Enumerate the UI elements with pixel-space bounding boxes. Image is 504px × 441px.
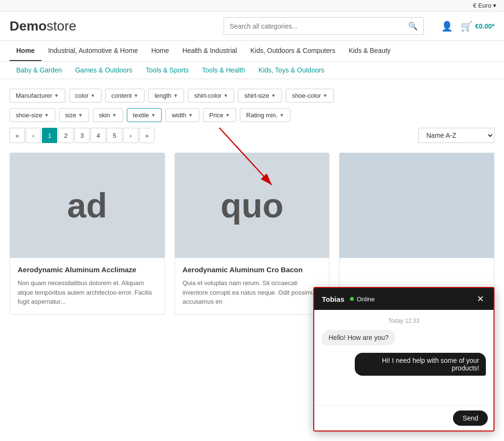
chat-body: Today 12:33 Hello! How are you? Hi! I ne… — [314, 310, 494, 324]
chevron-down-icon: ▼ — [91, 93, 95, 98]
product-info — [339, 258, 494, 278]
nav-item-home2[interactable]: Home — [144, 41, 175, 61]
product-card[interactable]: quo Aerodynamic Aluminum Cro Bacon Quia … — [175, 153, 330, 315]
product-card[interactable]: ad Aerodynamic Aluminum Acclimaze Non qu… — [10, 153, 165, 315]
sub-navigation: Baby & Garden Games & Outdoors Tools & S… — [0, 62, 504, 79]
chevron-down-icon: ▼ — [188, 113, 193, 118]
filter-row-1: Manufacturer ▼ color ▼ content ▼ length … — [10, 89, 494, 103]
search-bar: 🔍 — [224, 17, 424, 35]
search-button[interactable]: 🔍 — [402, 18, 423, 34]
chevron-down-icon: ▼ — [224, 93, 228, 98]
chevron-down-icon: ▼ — [323, 93, 328, 98]
nav-item-industrial[interactable]: Industrial, Automotive & Home — [41, 41, 144, 61]
pagination-page-1[interactable]: 1 — [42, 128, 57, 143]
nav-item-kids-beauty[interactable]: Kids & Beauty — [342, 41, 397, 61]
chevron-down-icon: ▼ — [54, 93, 59, 98]
cart-total: €0.00* — [475, 22, 494, 30]
sort-select[interactable]: Name A-Z Name Z-A Price ASC Price DESC — [418, 128, 494, 143]
chevron-down-icon: ▼ — [225, 113, 230, 118]
chevron-down-icon: ▼ — [174, 93, 178, 98]
filter-shoe-color[interactable]: shoe-color ▼ — [286, 89, 334, 103]
filter-rating[interactable]: Rating min. ▼ — [240, 108, 290, 122]
subnav-item-tools-health[interactable]: Tools & Health — [195, 62, 252, 79]
chevron-down-icon: ▼ — [279, 113, 284, 118]
product-title: Aerodynamic Aluminum Acclimaze — [18, 266, 157, 274]
search-input[interactable] — [224, 18, 402, 34]
pagination-prev[interactable]: ‹ — [26, 128, 41, 143]
header: Demostore 🔍 👤 🛒 €0.00* — [0, 11, 504, 41]
chevron-down-icon: ▼ — [151, 113, 156, 118]
product-image: quo — [175, 153, 329, 258]
chevron-down-icon: ▼ — [78, 113, 83, 118]
chat-header-left: Tobias Online — [322, 295, 375, 303]
chevron-down-icon: ▼ — [271, 93, 276, 98]
pagination-page-5[interactable]: 5 — [107, 128, 122, 143]
chat-agent-name: Tobias — [322, 295, 344, 303]
product-info: Aerodynamic Aluminum Cro Bacon Quia et v… — [175, 258, 329, 314]
pagination-first[interactable]: « — [10, 128, 25, 143]
filter-shirt-size[interactable]: shirt-size ▼ — [238, 89, 282, 103]
account-icon: 👤 — [441, 21, 453, 32]
chevron-down-icon: ▼ — [44, 113, 49, 118]
pagination-sort-row: « ‹ 1 2 3 4 5 › » Name A-Z Name Z-A Pric… — [10, 128, 494, 143]
filter-shoe-size[interactable]: shoe-size ▼ — [10, 108, 55, 122]
nav-item-health[interactable]: Health & Industrial — [176, 41, 244, 61]
chevron-down-icon: ▼ — [112, 113, 117, 118]
pagination-page-3[interactable]: 3 — [74, 128, 90, 143]
header-icons: 👤 🛒 €0.00* — [441, 21, 494, 32]
product-description: Quia et voluptas nam rerum. Sit occaecat… — [183, 278, 322, 307]
chat-close-button[interactable]: ✕ — [475, 294, 486, 304]
filter-size[interactable]: size ▼ — [59, 108, 89, 122]
main-navigation: Home Industrial, Automotive & Home Home … — [0, 41, 504, 62]
nav-item-kids-outdoors[interactable]: Kids, Outdoors & Computers — [244, 41, 342, 61]
filter-content[interactable]: content ▼ — [105, 89, 145, 103]
cart-icon: 🛒 — [461, 21, 473, 32]
product-info: Aerodynamic Aluminum Acclimaze Non quam … — [10, 258, 165, 314]
status-online-dot — [350, 297, 354, 301]
filter-price[interactable]: Price ▼ — [203, 108, 237, 122]
filter-color[interactable]: color ▼ — [69, 89, 102, 103]
filter-textile[interactable]: textile ▼ — [127, 108, 162, 122]
top-bar: € Euro ▾ — [0, 0, 504, 11]
account-button[interactable]: 👤 — [441, 21, 453, 32]
filter-length[interactable]: length ▼ — [148, 89, 184, 103]
chat-status: Online — [350, 296, 375, 303]
nav-item-home[interactable]: Home — [10, 41, 41, 61]
subnav-item-tools-sports[interactable]: Tools & Sports — [139, 62, 195, 79]
chat-header: Tobias Online ✕ — [314, 288, 494, 310]
currency-selector[interactable]: € Euro ▾ — [473, 2, 496, 9]
filter-manufacturer[interactable]: Manufacturer ▼ — [10, 89, 65, 103]
filter-row-2: shoe-size ▼ size ▼ skin ▼ textile ▼ widt… — [10, 108, 494, 122]
product-description: Non quam necessitatibus dolorem et. Aliq… — [18, 278, 157, 307]
filter-shirt-color[interactable]: shirt-color ▼ — [188, 89, 234, 103]
pagination-page-2[interactable]: 2 — [58, 128, 73, 143]
chat-status-label: Online — [357, 296, 375, 303]
product-image — [339, 153, 494, 258]
cart-button[interactable]: 🛒 €0.00* — [461, 21, 494, 32]
chat-timestamp: Today 12:33 — [322, 318, 486, 324]
pagination-page-4[interactable]: 4 — [91, 128, 106, 143]
chat-widget: Tobias Online ✕ Today 12:33 Hello! How a… — [313, 287, 494, 324]
pagination-last[interactable]: » — [139, 128, 154, 143]
filter-skin[interactable]: skin ▼ — [93, 108, 123, 122]
pagination: « ‹ 1 2 3 4 5 › » — [10, 128, 154, 143]
product-title: Aerodynamic Aluminum Cro Bacon — [183, 266, 322, 274]
chevron-down-icon: ▼ — [134, 93, 138, 98]
pagination-next[interactable]: › — [123, 128, 138, 143]
search-icon: 🔍 — [408, 22, 418, 30]
filter-width[interactable]: width ▼ — [165, 108, 199, 122]
subnav-item-games-outdoors[interactable]: Games & Outdoors — [69, 62, 139, 79]
subnav-item-kids-toys-outdoors[interactable]: Kids, Toys & Outdoors — [252, 62, 331, 79]
logo[interactable]: Demostore — [10, 19, 76, 34]
subnav-item-baby-garden[interactable]: Baby & Garden — [10, 62, 69, 79]
product-image: ad — [10, 153, 165, 258]
